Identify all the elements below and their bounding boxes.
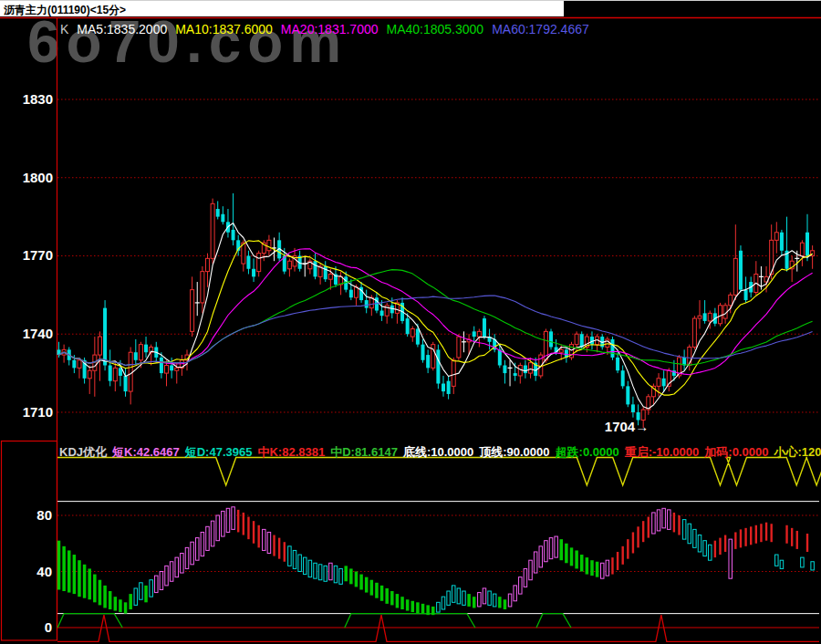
window-title: 沥青主力(011190)<15分> [0,3,126,17]
main-gridlines: 18301800177017401710 [23,91,819,420]
price-axis-label: 1800 [23,170,53,185]
ma-legend-item: MA60:1792.4667 [492,22,589,36]
restart-signal-line [57,615,819,641]
ma-legend: KMA5:1835.2000MA10:1837.6000MA20:1831.70… [60,22,598,36]
caution-marks-line [57,458,821,486]
ma-legend-item: MA10:1837.6000 [175,22,273,36]
low-price-annotation: 1704→ [605,419,649,434]
price-axis-label: 1830 [23,91,53,107]
oversold-signal-line [345,614,475,628]
ma-legend-item: MA5:1835.2000 [77,22,167,36]
kdj-legend-item: 加码:0.0000 [704,445,768,459]
kdj-legend-item: 重启:-10.0000 [625,445,700,459]
candlestick-series [57,193,815,428]
ma-legend-item: MA20:1831.7000 [281,22,379,36]
price-axis-label: 1710 [23,404,53,420]
kdj-axis-label: 0 [45,619,52,635]
kdj-legend-item: 中D:81.6147 [330,445,398,459]
price-axis-label: 1770 [23,247,53,263]
panel-left-box [2,441,57,641]
kdj-legend-item: 短D:47.3965 [185,445,253,459]
kdj-legend-item: 超跌:0.0000 [556,445,619,459]
kdj-legend-item: 底线:10.0000 [403,445,473,459]
ma-legend-item: MA40:1805.3000 [386,22,483,36]
kdj-legend-item: 顶线:90.0000 [479,445,549,459]
kdj-legend-item: 短K:42.6467 [112,445,180,459]
kdj-axis-label: 80 [36,507,52,523]
kdj-legend-item: 小心:120.0000 [774,445,821,459]
chart-canvas[interactable]: 183018001770174017101704→80400 [0,0,821,644]
kdj-legend-item: 中K:82.8381 [257,445,325,459]
kdj-legend-item: KDJ优化 [59,445,107,459]
kdj-legend: KDJ优化短K:42.6467短D:47.3965中K:82.8381中D:81… [59,444,821,461]
app-window: 6o70.com 183018001770174017101704→80400 … [0,0,821,644]
ma-legend-item: K [60,22,68,36]
window-title-bar: 沥青主力(011190)<15分> [0,1,564,16]
kdj-bar-series [57,507,815,615]
oversold-signal-line [536,614,571,628]
kdj-axis-label: 40 [36,564,52,579]
oversold-signal-line [57,614,122,628]
price-axis-label: 1740 [23,326,53,341]
